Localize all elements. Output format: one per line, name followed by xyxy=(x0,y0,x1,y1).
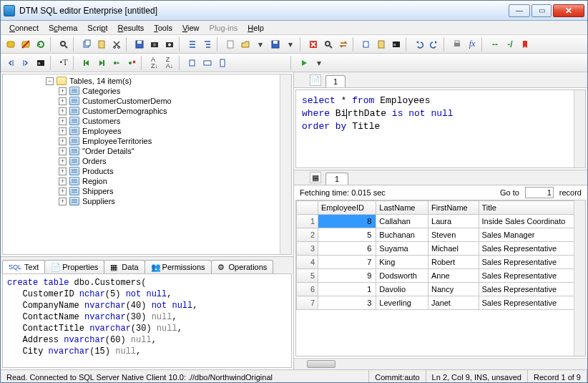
schema-tree[interactable]: − Tables, 14 item(s) +Categories+Custome… xyxy=(2,74,292,255)
expand-icon[interactable]: + xyxy=(59,178,67,185)
table-row[interactable]: 61DavolioNancySales Representative xyxy=(297,283,585,296)
tab-data[interactable]: ▦Data xyxy=(104,260,144,273)
expand-icon[interactable]: + xyxy=(59,127,67,135)
expand-icon[interactable]: + xyxy=(59,157,67,165)
menu-schema[interactable]: Schema xyxy=(44,22,82,34)
text-cursor-icon[interactable]: •T xyxy=(57,56,71,70)
snapshot-icon[interactable] xyxy=(162,37,177,52)
editor-scrollbar[interactable] xyxy=(574,90,585,168)
table-row[interactable]: 59DodsworthAnneSales Representative xyxy=(297,269,585,283)
tree-item[interactable]: +Shippers xyxy=(6,186,288,196)
tree-item[interactable]: +Customers xyxy=(6,116,288,126)
col-title[interactable]: Title xyxy=(479,201,584,215)
comment-icon[interactable]: -- xyxy=(488,37,502,52)
tab-text[interactable]: SQLText xyxy=(2,260,45,273)
table-row[interactable]: 18CallahanLauraInside Sales Coordinato xyxy=(297,215,585,228)
paste-results-icon[interactable] xyxy=(374,37,388,52)
tree-scrollbar[interactable] xyxy=(280,74,291,254)
save-script-icon[interactable] xyxy=(268,37,283,52)
maximize-button[interactable]: ▭ xyxy=(531,4,552,17)
goto-line-icon[interactable] xyxy=(109,56,124,70)
copy-cell-icon[interactable] xyxy=(185,56,200,70)
copy-results-icon[interactable] xyxy=(359,37,373,52)
tree-item[interactable]: +Suppliers xyxy=(6,196,288,206)
tree-root-tables[interactable]: − Tables, 14 item(s) xyxy=(6,76,288,86)
table-row[interactable]: 47KingRobertSales Representative xyxy=(297,256,585,269)
outdent-icon[interactable] xyxy=(4,56,18,70)
expand-icon[interactable]: + xyxy=(59,188,67,195)
uncomment-icon[interactable]: -/ xyxy=(503,37,517,52)
new-tab-button[interactable]: 📄 xyxy=(310,74,321,86)
goto-start-icon[interactable] xyxy=(79,56,94,70)
menu-help[interactable]: Help xyxy=(243,22,268,34)
replace-icon[interactable] xyxy=(336,37,351,52)
table-row[interactable]: 25BuchananStevenSales Manager xyxy=(297,228,585,242)
execute-icon[interactable] xyxy=(297,56,311,70)
tab-permissions[interactable]: 👥Permissions xyxy=(144,260,212,273)
minimize-button[interactable]: — xyxy=(509,4,530,17)
tree-expand-icon[interactable] xyxy=(200,37,215,52)
sort-asc-icon[interactable]: AZ↓ xyxy=(147,56,162,70)
grid-hscrollbar[interactable] xyxy=(294,358,587,369)
expand-icon[interactable]: + xyxy=(59,147,67,155)
goto-end-icon[interactable] xyxy=(94,56,109,70)
table-row[interactable]: 36SuyamaMichaelSales Representative xyxy=(297,242,585,256)
ddl-viewer[interactable]: create table dbo.Customers( CustomerID n… xyxy=(2,273,292,368)
editor-tab-1[interactable]: 1 xyxy=(325,75,346,87)
grid-vscrollbar[interactable] xyxy=(574,200,585,356)
print-icon[interactable] xyxy=(450,37,464,52)
paste-icon[interactable] xyxy=(94,37,109,52)
close-button[interactable]: ✕ xyxy=(553,4,584,17)
tab-properties[interactable]: 📄Properties xyxy=(44,260,104,273)
menu-script[interactable]: Script xyxy=(83,22,112,34)
tree-item[interactable]: +EmployeeTerritories xyxy=(6,136,288,146)
find-icon[interactable] xyxy=(57,37,71,52)
menu-tools[interactable]: Tools xyxy=(150,22,177,34)
expand-icon[interactable]: + xyxy=(59,198,67,205)
indent-icon[interactable] xyxy=(19,56,33,70)
col-lastname[interactable]: LastName xyxy=(376,201,428,215)
tree-item[interactable]: +"Order Details" xyxy=(6,146,288,156)
results-grid[interactable]: EmployeeID LastName FirstName Title 18Ca… xyxy=(295,200,586,357)
sort-desc-icon[interactable]: ZA↓ xyxy=(162,56,177,70)
fx-icon[interactable]: fx xyxy=(465,37,479,52)
expand-icon[interactable]: + xyxy=(59,137,67,145)
tree-item[interactable]: +CustomerCustomerDemo xyxy=(6,96,288,106)
open-file-icon[interactable] xyxy=(238,37,253,52)
bookmark-icon[interactable] xyxy=(518,37,532,52)
tree-item[interactable]: +Region xyxy=(6,176,288,186)
copy-row-icon[interactable] xyxy=(200,56,215,70)
save-dropdown-icon[interactable]: ▾ xyxy=(283,37,298,52)
save-icon[interactable] xyxy=(132,37,147,52)
tree-item[interactable]: +Orders xyxy=(6,156,288,166)
menu-plugins[interactable]: Plug-ins xyxy=(205,22,242,34)
script-dropdown-icon[interactable]: ▾ xyxy=(253,37,268,52)
undo-icon[interactable] xyxy=(412,37,426,52)
copy-icon[interactable] xyxy=(79,37,94,52)
tree-collapse-icon[interactable] xyxy=(185,37,200,52)
execute-dropdown-icon[interactable]: ▾ xyxy=(312,56,326,70)
result-tab-1[interactable]: 1 xyxy=(325,173,348,185)
menu-view[interactable]: View xyxy=(178,22,204,34)
collapse-icon[interactable]: − xyxy=(46,77,54,85)
expand-icon[interactable]: + xyxy=(59,168,67,175)
redo-icon[interactable] xyxy=(427,37,441,52)
connect-icon[interactable] xyxy=(4,37,18,52)
table-row[interactable]: 73LeverlingJanetSales Representative xyxy=(297,296,585,310)
expand-icon[interactable]: + xyxy=(59,97,67,105)
cut-icon[interactable] xyxy=(109,37,124,52)
find-script-icon[interactable] xyxy=(321,37,335,52)
expand-icon[interactable]: + xyxy=(59,117,67,125)
delete-icon[interactable] xyxy=(306,37,320,52)
expand-icon[interactable]: + xyxy=(59,87,67,95)
menu-connect[interactable]: Connect xyxy=(5,22,43,34)
menu-results[interactable]: Results xyxy=(114,22,149,34)
col-employeeid[interactable]: EmployeeID xyxy=(318,201,376,215)
tree-item[interactable]: +Categories xyxy=(6,86,288,96)
goto-input[interactable] xyxy=(525,187,554,198)
copy-col-icon[interactable] xyxy=(215,56,230,70)
camera-icon[interactable] xyxy=(147,37,162,52)
col-firstname[interactable]: FirstName xyxy=(428,201,479,215)
tree-item[interactable]: +Products xyxy=(6,166,288,176)
refresh-icon[interactable] xyxy=(34,37,48,52)
